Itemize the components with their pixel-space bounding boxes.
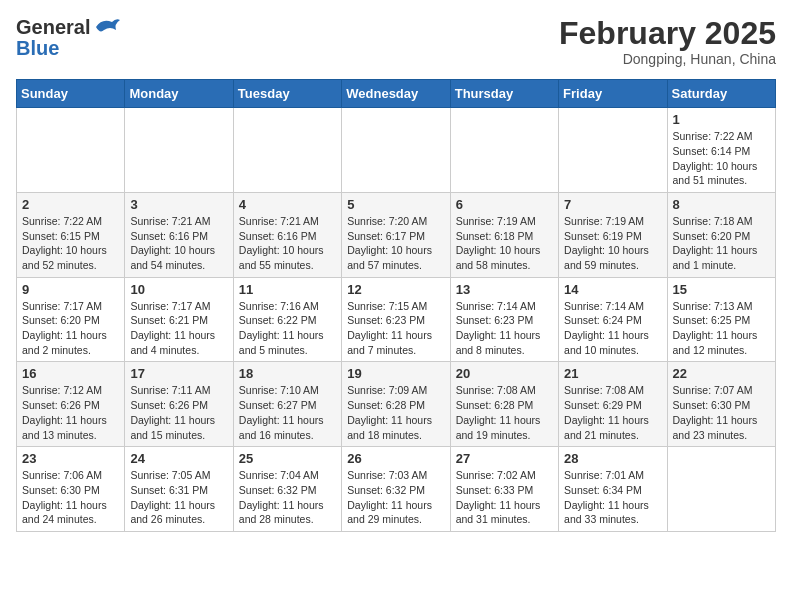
month-title: February 2025: [559, 16, 776, 51]
day-info: Sunrise: 7:14 AM Sunset: 6:23 PM Dayligh…: [456, 299, 553, 358]
calendar-cell: [450, 108, 558, 193]
day-number: 5: [347, 197, 444, 212]
day-number: 16: [22, 366, 119, 381]
day-info: Sunrise: 7:20 AM Sunset: 6:17 PM Dayligh…: [347, 214, 444, 273]
calendar-cell: 6Sunrise: 7:19 AM Sunset: 6:18 PM Daylig…: [450, 192, 558, 277]
day-number: 9: [22, 282, 119, 297]
day-number: 17: [130, 366, 227, 381]
day-number: 14: [564, 282, 661, 297]
calendar-cell: 18Sunrise: 7:10 AM Sunset: 6:27 PM Dayli…: [233, 362, 341, 447]
day-info: Sunrise: 7:13 AM Sunset: 6:25 PM Dayligh…: [673, 299, 770, 358]
day-info: Sunrise: 7:19 AM Sunset: 6:18 PM Dayligh…: [456, 214, 553, 273]
weekday-header-tuesday: Tuesday: [233, 80, 341, 108]
day-number: 18: [239, 366, 336, 381]
calendar-cell: 22Sunrise: 7:07 AM Sunset: 6:30 PM Dayli…: [667, 362, 775, 447]
day-info: Sunrise: 7:22 AM Sunset: 6:14 PM Dayligh…: [673, 129, 770, 188]
day-info: Sunrise: 7:06 AM Sunset: 6:30 PM Dayligh…: [22, 468, 119, 527]
calendar-cell: 2Sunrise: 7:22 AM Sunset: 6:15 PM Daylig…: [17, 192, 125, 277]
calendar-cell: [667, 447, 775, 532]
day-info: Sunrise: 7:15 AM Sunset: 6:23 PM Dayligh…: [347, 299, 444, 358]
calendar-cell: 15Sunrise: 7:13 AM Sunset: 6:25 PM Dayli…: [667, 277, 775, 362]
logo-bird-icon: [94, 16, 122, 38]
day-info: Sunrise: 7:04 AM Sunset: 6:32 PM Dayligh…: [239, 468, 336, 527]
calendar-cell: 14Sunrise: 7:14 AM Sunset: 6:24 PM Dayli…: [559, 277, 667, 362]
day-info: Sunrise: 7:19 AM Sunset: 6:19 PM Dayligh…: [564, 214, 661, 273]
day-info: Sunrise: 7:22 AM Sunset: 6:15 PM Dayligh…: [22, 214, 119, 273]
day-info: Sunrise: 7:10 AM Sunset: 6:27 PM Dayligh…: [239, 383, 336, 442]
day-number: 27: [456, 451, 553, 466]
day-info: Sunrise: 7:05 AM Sunset: 6:31 PM Dayligh…: [130, 468, 227, 527]
weekday-header-monday: Monday: [125, 80, 233, 108]
day-info: Sunrise: 7:07 AM Sunset: 6:30 PM Dayligh…: [673, 383, 770, 442]
day-info: Sunrise: 7:17 AM Sunset: 6:21 PM Dayligh…: [130, 299, 227, 358]
calendar-cell: [559, 108, 667, 193]
day-info: Sunrise: 7:14 AM Sunset: 6:24 PM Dayligh…: [564, 299, 661, 358]
weekday-header-saturday: Saturday: [667, 80, 775, 108]
day-number: 8: [673, 197, 770, 212]
day-info: Sunrise: 7:08 AM Sunset: 6:28 PM Dayligh…: [456, 383, 553, 442]
weekday-header-friday: Friday: [559, 80, 667, 108]
day-number: 24: [130, 451, 227, 466]
calendar-cell: 11Sunrise: 7:16 AM Sunset: 6:22 PM Dayli…: [233, 277, 341, 362]
weekday-header-wednesday: Wednesday: [342, 80, 450, 108]
calendar-cell: 19Sunrise: 7:09 AM Sunset: 6:28 PM Dayli…: [342, 362, 450, 447]
day-info: Sunrise: 7:01 AM Sunset: 6:34 PM Dayligh…: [564, 468, 661, 527]
calendar-cell: 1Sunrise: 7:22 AM Sunset: 6:14 PM Daylig…: [667, 108, 775, 193]
day-info: Sunrise: 7:21 AM Sunset: 6:16 PM Dayligh…: [130, 214, 227, 273]
logo: General Blue: [16, 16, 122, 58]
calendar-cell: 3Sunrise: 7:21 AM Sunset: 6:16 PM Daylig…: [125, 192, 233, 277]
day-number: 21: [564, 366, 661, 381]
calendar-week-3: 9Sunrise: 7:17 AM Sunset: 6:20 PM Daylig…: [17, 277, 776, 362]
calendar-cell: 24Sunrise: 7:05 AM Sunset: 6:31 PM Dayli…: [125, 447, 233, 532]
calendar-cell: [233, 108, 341, 193]
calendar-week-5: 23Sunrise: 7:06 AM Sunset: 6:30 PM Dayli…: [17, 447, 776, 532]
calendar-cell: [342, 108, 450, 193]
day-number: 7: [564, 197, 661, 212]
day-info: Sunrise: 7:16 AM Sunset: 6:22 PM Dayligh…: [239, 299, 336, 358]
day-info: Sunrise: 7:17 AM Sunset: 6:20 PM Dayligh…: [22, 299, 119, 358]
calendar-cell: 7Sunrise: 7:19 AM Sunset: 6:19 PM Daylig…: [559, 192, 667, 277]
calendar-cell: 23Sunrise: 7:06 AM Sunset: 6:30 PM Dayli…: [17, 447, 125, 532]
calendar-header-row: SundayMondayTuesdayWednesdayThursdayFrid…: [17, 80, 776, 108]
day-number: 20: [456, 366, 553, 381]
calendar-cell: 9Sunrise: 7:17 AM Sunset: 6:20 PM Daylig…: [17, 277, 125, 362]
calendar-cell: 20Sunrise: 7:08 AM Sunset: 6:28 PM Dayli…: [450, 362, 558, 447]
calendar-cell: 28Sunrise: 7:01 AM Sunset: 6:34 PM Dayli…: [559, 447, 667, 532]
calendar-cell: 21Sunrise: 7:08 AM Sunset: 6:29 PM Dayli…: [559, 362, 667, 447]
calendar-cell: 8Sunrise: 7:18 AM Sunset: 6:20 PM Daylig…: [667, 192, 775, 277]
page-header: General Blue February 2025 Dongping, Hun…: [16, 16, 776, 67]
logo-blue-text: Blue: [16, 38, 59, 58]
day-number: 1: [673, 112, 770, 127]
calendar-table: SundayMondayTuesdayWednesdayThursdayFrid…: [16, 79, 776, 532]
day-info: Sunrise: 7:03 AM Sunset: 6:32 PM Dayligh…: [347, 468, 444, 527]
day-number: 23: [22, 451, 119, 466]
day-number: 13: [456, 282, 553, 297]
calendar-week-1: 1Sunrise: 7:22 AM Sunset: 6:14 PM Daylig…: [17, 108, 776, 193]
calendar-cell: 26Sunrise: 7:03 AM Sunset: 6:32 PM Dayli…: [342, 447, 450, 532]
day-info: Sunrise: 7:18 AM Sunset: 6:20 PM Dayligh…: [673, 214, 770, 273]
calendar-week-4: 16Sunrise: 7:12 AM Sunset: 6:26 PM Dayli…: [17, 362, 776, 447]
calendar-cell: 10Sunrise: 7:17 AM Sunset: 6:21 PM Dayli…: [125, 277, 233, 362]
calendar-cell: 17Sunrise: 7:11 AM Sunset: 6:26 PM Dayli…: [125, 362, 233, 447]
calendar-week-2: 2Sunrise: 7:22 AM Sunset: 6:15 PM Daylig…: [17, 192, 776, 277]
day-info: Sunrise: 7:08 AM Sunset: 6:29 PM Dayligh…: [564, 383, 661, 442]
day-number: 19: [347, 366, 444, 381]
logo-general-text: General: [16, 17, 90, 37]
day-info: Sunrise: 7:21 AM Sunset: 6:16 PM Dayligh…: [239, 214, 336, 273]
day-number: 4: [239, 197, 336, 212]
day-number: 26: [347, 451, 444, 466]
day-info: Sunrise: 7:02 AM Sunset: 6:33 PM Dayligh…: [456, 468, 553, 527]
day-number: 25: [239, 451, 336, 466]
calendar-cell: 25Sunrise: 7:04 AM Sunset: 6:32 PM Dayli…: [233, 447, 341, 532]
calendar-cell: [17, 108, 125, 193]
title-block: February 2025 Dongping, Hunan, China: [559, 16, 776, 67]
weekday-header-thursday: Thursday: [450, 80, 558, 108]
calendar-cell: 12Sunrise: 7:15 AM Sunset: 6:23 PM Dayli…: [342, 277, 450, 362]
calendar-cell: 5Sunrise: 7:20 AM Sunset: 6:17 PM Daylig…: [342, 192, 450, 277]
day-number: 3: [130, 197, 227, 212]
day-number: 10: [130, 282, 227, 297]
day-number: 2: [22, 197, 119, 212]
calendar-cell: 13Sunrise: 7:14 AM Sunset: 6:23 PM Dayli…: [450, 277, 558, 362]
calendar-cell: [125, 108, 233, 193]
day-info: Sunrise: 7:09 AM Sunset: 6:28 PM Dayligh…: [347, 383, 444, 442]
